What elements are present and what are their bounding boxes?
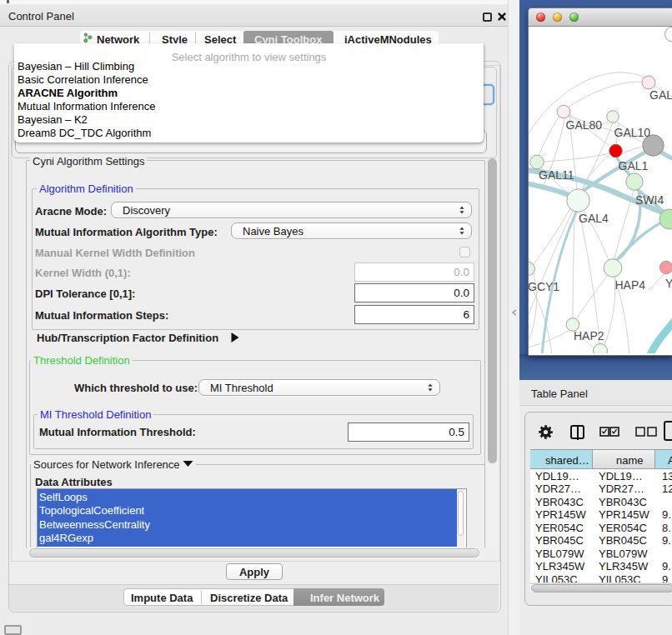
svg-text:GAL11: GAL11 <box>539 168 574 182</box>
svg-text:HAP4: HAP4 <box>615 278 646 292</box>
svg-text:SWI4: SWI4 <box>635 193 664 207</box>
svg-text:GAL10: GAL10 <box>614 126 651 139</box>
svg-text:GCY1: GCY1 <box>529 280 559 293</box>
svg-text:HAP2: HAP2 <box>574 329 604 342</box>
svg-text:GAL7: GAL7 <box>649 88 672 102</box>
svg-text:GAL4: GAL4 <box>579 212 609 225</box>
svg-text:GAL80: GAL80 <box>566 118 603 132</box>
svg-text:GAL1: GAL1 <box>619 159 649 172</box>
svg-text:Y: Y <box>665 277 672 290</box>
